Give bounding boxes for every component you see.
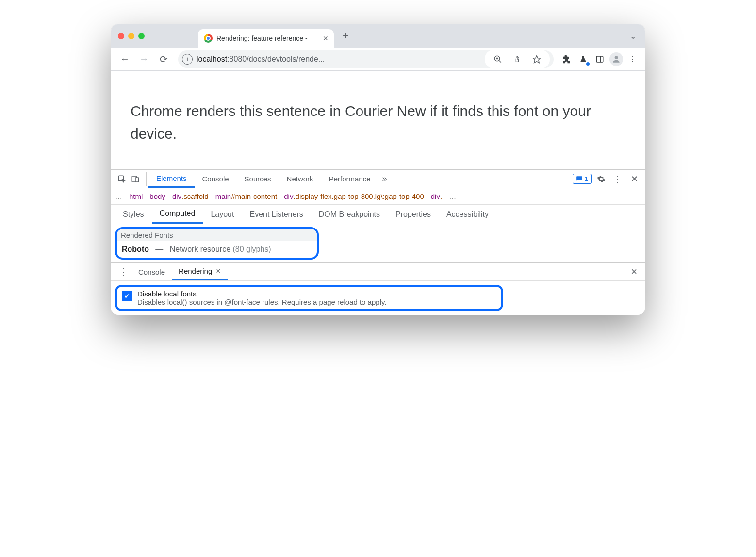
tab-title: Rendering: feature reference - bbox=[216, 34, 308, 42]
elements-breadcrumb: … html body div.scaffold main#main-conte… bbox=[111, 188, 645, 205]
drawer-tab-console[interactable]: Console bbox=[131, 263, 172, 280]
font-name: Roboto bbox=[122, 245, 149, 253]
avatar-icon bbox=[609, 52, 623, 66]
settings-gear-icon[interactable] bbox=[594, 172, 608, 186]
subtab-dom-breakpoints[interactable]: DOM Breakpoints bbox=[311, 205, 388, 224]
share-icon[interactable] bbox=[510, 52, 525, 66]
close-window-button[interactable] bbox=[118, 33, 124, 39]
browser-toolbar: ← → ⟳ i localhost:8080/docs/devtools/ren… bbox=[111, 48, 645, 71]
subtab-layout[interactable]: Layout bbox=[203, 205, 242, 224]
drawer-menu-button[interactable]: ⋮ bbox=[115, 266, 131, 277]
svg-point-7 bbox=[615, 56, 618, 59]
omnibox-actions bbox=[485, 50, 550, 68]
extensions-icon[interactable] bbox=[559, 52, 574, 66]
subtab-computed[interactable]: Computed bbox=[152, 205, 203, 224]
devtools-tabstrip: Elements Console Sources Network Perform… bbox=[111, 170, 645, 188]
issues-badge[interactable]: 1 bbox=[573, 174, 592, 184]
chrome-menu-button[interactable]: ⋮ bbox=[625, 52, 640, 66]
breadcrumb-div-scaffold[interactable]: div.scaffold bbox=[172, 192, 209, 200]
zoom-icon[interactable] bbox=[491, 52, 505, 66]
tab-sources[interactable]: Sources bbox=[237, 170, 279, 188]
breadcrumb-ellipsis[interactable]: … bbox=[115, 192, 122, 200]
breadcrumb-div-flex[interactable]: div.display-flex.gap-top-300.lg\:gap-top… bbox=[284, 192, 424, 200]
url-text: localhost:8080/docs/devtools/rende... bbox=[197, 55, 479, 64]
tab-console[interactable]: Console bbox=[195, 170, 237, 188]
maximize-window-button[interactable] bbox=[138, 33, 145, 39]
inspect-element-icon[interactable] bbox=[115, 172, 129, 186]
option-description: Disables local() sources in @font-face r… bbox=[137, 298, 387, 306]
tab-performance[interactable]: Performance bbox=[321, 170, 378, 188]
subtab-event-listeners[interactable]: Event Listeners bbox=[242, 205, 311, 224]
subtab-accessibility[interactable]: Accessibility bbox=[439, 205, 496, 224]
font-glyphs: (80 glyphs) bbox=[233, 245, 271, 253]
site-info-icon[interactable]: i bbox=[182, 54, 193, 65]
bookmark-star-icon[interactable] bbox=[529, 52, 544, 66]
back-button[interactable]: ← bbox=[116, 50, 133, 68]
devtools-panel: Elements Console Sources Network Perform… bbox=[111, 169, 645, 311]
close-tab-button[interactable]: × bbox=[323, 33, 328, 44]
rendered-fonts-section: Rendered Fonts Roboto — Network resource… bbox=[115, 227, 319, 260]
breadcrumb-html[interactable]: html bbox=[129, 192, 143, 200]
url-port: :8080 bbox=[227, 55, 247, 63]
breadcrumb-main[interactable]: main#main-content bbox=[215, 192, 278, 200]
tab-strip: Rendering: feature reference - × + ⌄ bbox=[111, 24, 645, 48]
drawer-tab-rendering[interactable]: Rendering × bbox=[172, 263, 228, 280]
elements-subtabs: Styles Computed Layout Event Listeners D… bbox=[111, 205, 645, 224]
disable-local-fonts-option[interactable]: ✔ Disable local fonts Disables local() s… bbox=[115, 285, 503, 311]
forward-button[interactable]: → bbox=[135, 50, 153, 68]
tabs-list-button[interactable]: ⌄ bbox=[630, 32, 636, 41]
tab-elements[interactable]: Elements bbox=[148, 170, 195, 188]
drawer-close-button[interactable]: × bbox=[627, 265, 641, 278]
new-tab-button[interactable]: + bbox=[343, 30, 349, 42]
svg-rect-5 bbox=[596, 56, 603, 62]
rendered-fonts-entry: Roboto — Network resource (80 glyphs) bbox=[117, 241, 317, 258]
url-host: localhost bbox=[197, 55, 227, 63]
rendered-fonts-heading: Rendered Fonts bbox=[117, 229, 317, 241]
tab-network[interactable]: Network bbox=[279, 170, 321, 188]
subtab-properties[interactable]: Properties bbox=[388, 205, 439, 224]
address-bar[interactable]: i localhost:8080/docs/devtools/rende... bbox=[178, 50, 554, 68]
subtab-styles[interactable]: Styles bbox=[115, 205, 152, 224]
reload-button[interactable]: ⟳ bbox=[155, 50, 172, 68]
device-toolbar-icon[interactable] bbox=[129, 172, 142, 186]
svg-line-1 bbox=[499, 60, 501, 63]
option-title: Disable local fonts bbox=[137, 290, 387, 298]
more-tabs-button[interactable]: » bbox=[378, 174, 391, 184]
breadcrumb-div-last[interactable]: div. bbox=[431, 192, 442, 200]
close-rendering-tab-icon[interactable]: × bbox=[216, 267, 220, 276]
font-source: Network resource bbox=[170, 245, 230, 253]
svg-marker-4 bbox=[533, 55, 541, 63]
page-content: Chrome renders this sentence in Courier … bbox=[111, 71, 645, 169]
sample-sentence: Chrome renders this sentence in Courier … bbox=[131, 100, 625, 145]
devtools-menu-button[interactable]: ⋮ bbox=[611, 172, 625, 186]
labs-icon[interactable] bbox=[576, 52, 591, 66]
svg-rect-10 bbox=[135, 178, 139, 182]
browser-window: Rendering: feature reference - × + ⌄ ← →… bbox=[111, 24, 645, 315]
disable-local-fonts-checkbox[interactable]: ✔ bbox=[122, 291, 132, 301]
drawer-tabstrip: ⋮ Console Rendering × × bbox=[111, 262, 645, 281]
minimize-window-button[interactable] bbox=[128, 33, 134, 39]
chrome-icon bbox=[204, 34, 213, 43]
issues-count: 1 bbox=[585, 175, 588, 182]
window-controls bbox=[118, 33, 145, 39]
profile-button[interactable] bbox=[609, 52, 624, 66]
option-text: Disable local fonts Disables local() sou… bbox=[137, 290, 387, 306]
browser-tab[interactable]: Rendering: feature reference - × bbox=[198, 29, 334, 48]
breadcrumb-ellipsis-end[interactable]: … bbox=[449, 192, 456, 200]
side-panel-icon[interactable] bbox=[592, 52, 607, 66]
breadcrumb-body[interactable]: body bbox=[149, 192, 165, 200]
url-path: /docs/devtools/rende... bbox=[247, 55, 325, 63]
devtools-close-button[interactable]: ✕ bbox=[627, 172, 641, 186]
